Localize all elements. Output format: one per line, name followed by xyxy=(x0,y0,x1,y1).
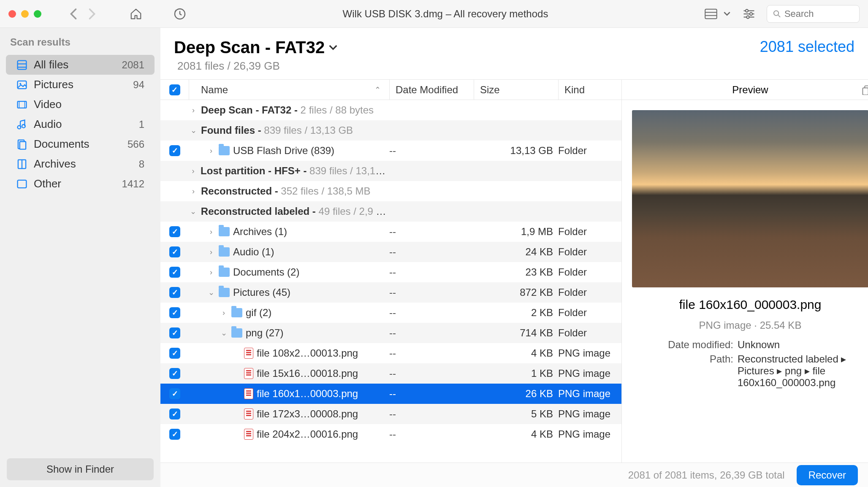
row-checkbox[interactable]: ✓ xyxy=(169,368,180,379)
row-date: -- xyxy=(389,246,474,258)
recover-button[interactable]: Recover xyxy=(797,465,858,485)
file-row[interactable]: ✓ file 172x3…00008.png -- 5 KB PNG image xyxy=(160,404,621,424)
folder-row[interactable]: ✓ › Audio (1) -- 24 KB Folder xyxy=(160,242,621,262)
file-icon xyxy=(244,388,253,399)
minimize-window-button[interactable] xyxy=(21,10,29,18)
forward-button[interactable] xyxy=(84,6,100,22)
disclosure-icon[interactable]: ⌄ xyxy=(189,207,198,216)
row-checkbox[interactable]: ✓ xyxy=(169,287,180,298)
disclosure-icon[interactable]: ⌄ xyxy=(220,328,228,338)
close-window-button[interactable] xyxy=(8,10,16,18)
group-row[interactable]: ⌄ Reconstructed labeled - 49 files / 2,9… xyxy=(160,201,621,222)
disclosure-icon[interactable]: › xyxy=(220,308,228,317)
svg-rect-24 xyxy=(20,141,26,149)
column-name[interactable]: Name⌃ xyxy=(189,84,389,96)
folder-icon xyxy=(231,308,242,317)
row-checkbox[interactable]: ✓ xyxy=(169,267,180,278)
file-row[interactable]: ✓ file 160x1…00003.png -- 26 KB PNG imag… xyxy=(160,384,621,404)
file-row[interactable]: ✓ file 204x2…00016.png -- 4 KB PNG image xyxy=(160,424,621,444)
history-button[interactable] xyxy=(172,6,187,22)
row-kind: Folder xyxy=(558,327,621,339)
row-checkbox[interactable]: ✓ xyxy=(169,388,180,399)
row-name: Found files - 839 files / 13,13 GB xyxy=(201,124,353,136)
folder-row[interactable]: ✓ › gif (2) -- 2 KB Folder xyxy=(160,303,621,323)
search-icon xyxy=(773,9,781,19)
maximize-window-button[interactable] xyxy=(34,10,41,18)
disclosure-icon[interactable]: › xyxy=(207,268,215,277)
column-size[interactable]: Size xyxy=(474,80,558,100)
back-button[interactable] xyxy=(66,6,81,22)
file-row[interactable]: ✓ file 15x16…00018.png -- 1 KB PNG image xyxy=(160,363,621,384)
home-button[interactable] xyxy=(128,6,144,22)
row-checkbox[interactable]: ✓ xyxy=(169,307,180,318)
folder-row[interactable]: ✓ › USB Flash Drive (839) -- 13,13 GB Fo… xyxy=(160,141,621,161)
view-mode-button[interactable] xyxy=(703,6,719,22)
folder-row[interactable]: ✓ ⌄ Pictures (45) -- 872 KB Folder xyxy=(160,282,621,303)
window-title: Wilk USB DISK 3.dmg – All recovery metho… xyxy=(195,8,696,20)
row-checkbox[interactable]: ✓ xyxy=(169,409,180,419)
sidebar-item-archives[interactable]: Archives 8 xyxy=(6,154,155,174)
row-name: file 15x16…00018.png xyxy=(257,368,358,379)
folder-row[interactable]: ✓ › Documents (2) -- 23 KB Folder xyxy=(160,262,621,282)
row-checkbox[interactable]: ✓ xyxy=(169,327,180,338)
table-header: ✓ Name⌃ Date Modified Size Kind xyxy=(160,80,621,100)
row-checkbox[interactable]: ✓ xyxy=(169,226,180,237)
sidebar: Scan results All files 2081 Pictures 94 … xyxy=(0,28,160,487)
svg-rect-1 xyxy=(705,9,717,19)
row-name: gif (2) xyxy=(246,307,271,319)
row-size: 23 KB xyxy=(474,266,558,278)
row-checkbox[interactable]: ✓ xyxy=(169,429,180,440)
sidebar-item-audio[interactable]: Audio 1 xyxy=(6,114,155,134)
group-row[interactable]: ⌄ Found files - 839 files / 13,13 GB xyxy=(160,120,621,141)
file-icon xyxy=(244,348,253,359)
sidebar-item-pictures[interactable]: Pictures 94 xyxy=(6,75,155,95)
row-size: 714 KB xyxy=(474,327,558,339)
show-in-finder-button[interactable]: Show in Finder xyxy=(7,458,154,480)
group-row[interactable]: › Lost partition - HFS+ - 839 files / 13… xyxy=(160,161,621,181)
search-input[interactable] xyxy=(784,8,853,19)
row-date: -- xyxy=(389,327,474,339)
scan-title[interactable]: Deep Scan - FAT32 xyxy=(174,38,337,57)
disclosure-icon[interactable]: ⌄ xyxy=(207,288,215,297)
disclosure-icon[interactable]: › xyxy=(189,187,198,196)
folder-row[interactable]: ✓ ⌄ png (27) -- 714 KB Folder xyxy=(160,323,621,343)
disclosure-icon[interactable]: › xyxy=(189,167,197,176)
sidebar-item-count: 1412 xyxy=(122,178,144,190)
folder-row[interactable]: ✓ › Archives (1) -- 1,9 MB Folder xyxy=(160,222,621,242)
sidebar-item-all-files[interactable]: All files 2081 xyxy=(6,55,155,75)
sidebar-item-count: 2081 xyxy=(122,59,144,71)
preview-filename: file 160x160_000003.png xyxy=(679,298,822,312)
row-checkbox[interactable]: ✓ xyxy=(169,348,180,359)
disclosure-icon[interactable]: › xyxy=(189,106,198,115)
view-mode-chevron-icon[interactable] xyxy=(723,6,731,22)
file-row[interactable]: ✓ file 108x2…00013.png -- 4 KB PNG image xyxy=(160,343,621,363)
filter-button[interactable] xyxy=(741,6,757,22)
row-name: file 108x2…00013.png xyxy=(257,347,358,359)
group-row[interactable]: › Reconstructed - 352 files / 138,5 MB xyxy=(160,181,621,201)
disclosure-icon[interactable]: › xyxy=(207,248,215,257)
folder-icon xyxy=(219,247,230,257)
oth-icon xyxy=(16,178,28,190)
row-name: Deep Scan - FAT32 - 2 files / 88 bytes xyxy=(201,104,374,116)
column-date[interactable]: Date Modified xyxy=(389,80,474,100)
sidebar-item-other[interactable]: Other 1412 xyxy=(6,174,155,194)
row-kind: Folder xyxy=(558,287,621,298)
copy-icon[interactable] xyxy=(862,85,868,95)
row-kind: Folder xyxy=(558,307,621,319)
file-list: › Deep Scan - FAT32 - 2 files / 88 bytes… xyxy=(160,100,621,463)
group-row[interactable]: › Deep Scan - FAT32 - 2 files / 88 bytes xyxy=(160,100,621,120)
search-box[interactable] xyxy=(767,5,860,23)
sidebar-item-count: 566 xyxy=(127,138,144,150)
row-checkbox[interactable]: ✓ xyxy=(169,246,180,257)
preview-date-label: Date modified: xyxy=(632,339,733,351)
sidebar-item-documents[interactable]: Documents 566 xyxy=(6,134,155,154)
row-kind: PNG image xyxy=(558,388,621,400)
row-date: -- xyxy=(389,307,474,319)
select-all-checkbox[interactable]: ✓ xyxy=(169,84,180,95)
disclosure-icon[interactable]: › xyxy=(207,146,215,155)
disclosure-icon[interactable]: ⌄ xyxy=(189,126,198,135)
column-kind[interactable]: Kind xyxy=(558,80,621,100)
row-checkbox[interactable]: ✓ xyxy=(169,145,180,156)
disclosure-icon[interactable]: › xyxy=(207,227,215,236)
sidebar-item-video[interactable]: Video xyxy=(6,95,155,114)
